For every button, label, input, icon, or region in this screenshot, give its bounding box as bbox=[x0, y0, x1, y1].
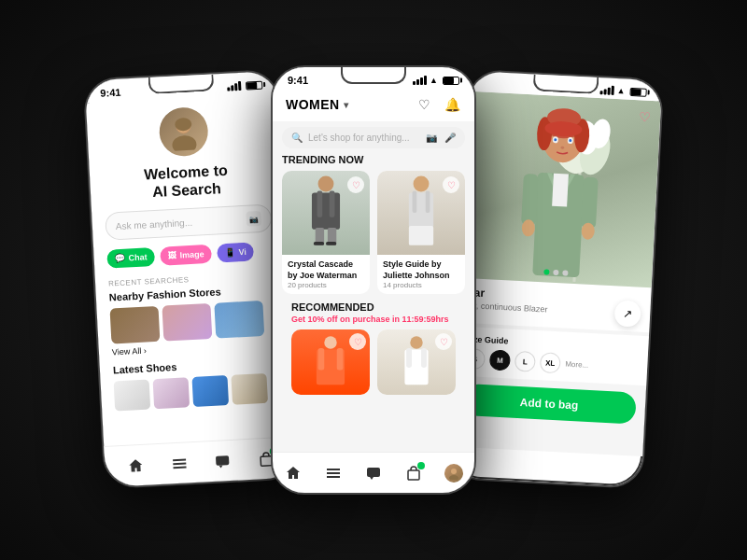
center-search-bar[interactable]: 🔍 Let's shop for anything... 📷 🎤 bbox=[282, 127, 465, 148]
svg-rect-29 bbox=[421, 348, 427, 368]
vi-mode-button[interactable]: 📱 Vi bbox=[217, 243, 254, 263]
camera-icon[interactable]: 📷 bbox=[246, 211, 261, 227]
nav-menu-center[interactable] bbox=[324, 464, 343, 483]
nav-bag-center[interactable] bbox=[404, 464, 423, 483]
svg-point-35 bbox=[451, 469, 457, 474]
store-image-2 bbox=[162, 303, 212, 342]
chat-icon-center bbox=[366, 466, 381, 481]
product-heart[interactable]: ♡ bbox=[639, 109, 652, 125]
wifi-icon-right: ▲ bbox=[616, 86, 625, 95]
nav-menu-left[interactable] bbox=[170, 454, 190, 473]
promo-text: Get 10% off on purchase in bbox=[291, 315, 400, 324]
menu-icon bbox=[172, 455, 188, 471]
ai-search-content: Welcome toAI Search Ask me anything... 📷… bbox=[86, 93, 295, 422]
svg-point-17 bbox=[414, 176, 430, 192]
rec-card-1[interactable]: ♡ bbox=[291, 329, 370, 395]
store-image-1 bbox=[110, 306, 161, 344]
svg-rect-21 bbox=[426, 191, 430, 214]
wishlist-icon[interactable]: ♡ bbox=[415, 95, 433, 114]
model-svg bbox=[490, 95, 630, 284]
trending-card-2[interactable]: ♡ Style Guide by Juliette Johnson 14 pro… bbox=[377, 171, 465, 294]
svg-rect-20 bbox=[413, 191, 417, 214]
notification-icon[interactable]: 🔔 bbox=[443, 95, 461, 114]
notch-center bbox=[341, 67, 406, 84]
left-phone-content: Welcome toAI Search Ask me anything... 📷… bbox=[86, 93, 296, 454]
card-image-1: ♡ bbox=[282, 171, 370, 255]
phone-left: 9:41 bbox=[83, 69, 301, 489]
product-image: ♡ bbox=[459, 91, 661, 288]
heart-overlay-2[interactable]: ♡ bbox=[443, 176, 459, 193]
trending-grid: ♡ Crystal Cascade by Joe Waterman 20 pro… bbox=[282, 171, 465, 294]
svg-rect-47 bbox=[581, 176, 599, 229]
dot-2 bbox=[553, 270, 558, 275]
nav-home-left[interactable] bbox=[126, 455, 146, 475]
battery-icon-center bbox=[443, 77, 459, 85]
image-mode-button[interactable]: 🖼 Image bbox=[160, 245, 212, 266]
svg-rect-45 bbox=[552, 173, 569, 206]
chat-label: Chat bbox=[128, 253, 147, 263]
menu-icon-center bbox=[326, 466, 341, 481]
nav-profile-center[interactable] bbox=[444, 464, 463, 483]
svg-rect-33 bbox=[367, 468, 380, 477]
svg-rect-31 bbox=[327, 472, 340, 474]
svg-rect-5 bbox=[173, 462, 186, 465]
heart-overlay-1[interactable]: ♡ bbox=[347, 176, 364, 193]
svg-rect-6 bbox=[173, 466, 186, 469]
women-label: WOMEN bbox=[286, 97, 340, 112]
bag-badge-center bbox=[417, 462, 425, 469]
rec-card-2[interactable]: ♡ bbox=[377, 329, 456, 395]
nav-home-center[interactable] bbox=[284, 464, 303, 483]
size-xl[interactable]: XL bbox=[540, 352, 561, 373]
svg-rect-4 bbox=[173, 458, 186, 461]
card-count-1: 20 products bbox=[288, 281, 364, 289]
shoe-image-1 bbox=[114, 380, 151, 412]
bottom-nav-center bbox=[273, 452, 474, 493]
phones-container: 9:41 bbox=[75, 65, 672, 495]
card-image-2: ♡ bbox=[377, 171, 465, 255]
svg-rect-7 bbox=[216, 455, 230, 466]
chat-mode-button[interactable]: 💬 Chat bbox=[106, 247, 155, 269]
card-info-1: Crystal Cascade by Joe Waterman 20 produ… bbox=[282, 255, 370, 294]
trending-label: TRENDING NOW bbox=[282, 154, 465, 165]
right-content: ♡ ↗ llar lar, continuous Blazer Size Gui… bbox=[450, 91, 661, 456]
signal-icon-right bbox=[600, 85, 615, 95]
size-l[interactable]: L bbox=[514, 351, 536, 372]
camera-icon-center[interactable]: 📷 bbox=[426, 133, 437, 143]
status-icons-left bbox=[227, 80, 262, 91]
rec-promo: Get 10% off on purchase in 11:59:59hrs bbox=[291, 315, 456, 324]
avatar bbox=[158, 106, 209, 158]
profile-avatar-center bbox=[447, 467, 460, 480]
vi-icon: 📱 bbox=[224, 248, 235, 259]
svg-rect-34 bbox=[408, 470, 419, 480]
rec-grid: ♡ ♡ bbox=[291, 329, 456, 395]
svg-rect-32 bbox=[327, 476, 340, 478]
chevron-down-icon[interactable]: ▾ bbox=[344, 100, 349, 110]
nav-chat-center[interactable] bbox=[364, 464, 383, 483]
rec-label: RECOMMENDED bbox=[291, 301, 456, 313]
store-image-3 bbox=[214, 301, 264, 339]
product-dots bbox=[543, 269, 568, 275]
svg-rect-16 bbox=[326, 242, 336, 245]
svg-rect-12 bbox=[330, 191, 335, 217]
size-m[interactable]: M bbox=[489, 349, 511, 371]
home-icon-center bbox=[286, 466, 301, 481]
latest-shoes-heading: Latest Shoes bbox=[113, 357, 279, 376]
search-right-icons: 📷 🎤 bbox=[426, 133, 456, 143]
center-content: WOMEN ▾ ♡ 🔔 🔍 Let's shop for anything...… bbox=[273, 90, 474, 459]
bottom-nav-left bbox=[104, 436, 298, 487]
trending-card-1[interactable]: ♡ Crystal Cascade by Joe Waterman 20 pro… bbox=[282, 171, 370, 294]
add-to-bag-button[interactable]: Add to bag bbox=[461, 384, 637, 425]
trending-section: TRENDING NOW bbox=[273, 154, 474, 395]
shoe-image-4 bbox=[231, 373, 268, 405]
card-count-2: 14 products bbox=[383, 281, 459, 289]
nav-chat-left[interactable] bbox=[213, 451, 233, 470]
phone-center: 9:41 ▲ WOMEN ▾ bbox=[271, 65, 476, 495]
signal-icon-center bbox=[413, 76, 427, 85]
size-guide-section: Size Guide S M L XL More... bbox=[454, 326, 648, 385]
search-placeholder: Ask me anything... bbox=[116, 215, 247, 231]
women-title: WOMEN ▾ bbox=[286, 97, 348, 112]
ai-search-bar[interactable]: Ask me anything... 📷 bbox=[105, 204, 272, 241]
vi-label: Vi bbox=[238, 247, 247, 257]
svg-point-1 bbox=[172, 134, 197, 151]
mic-icon-center[interactable]: 🎤 bbox=[444, 133, 456, 143]
